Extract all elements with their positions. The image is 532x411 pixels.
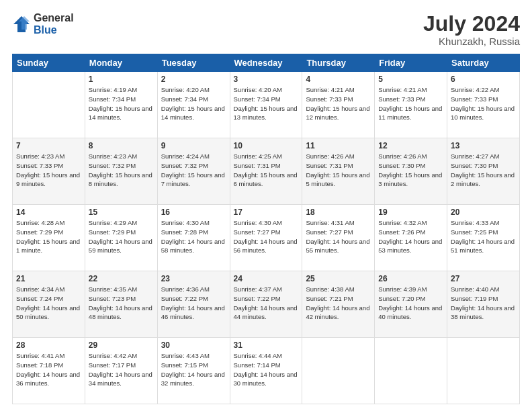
calendar-week-row: 28Sunrise: 4:41 AMSunset: 7:18 PMDayligh…: [13, 338, 520, 404]
calendar-header-cell: Wednesday: [230, 54, 302, 72]
day-number: 8: [89, 141, 154, 150]
day-number: 21: [16, 274, 81, 283]
day-number: 31: [234, 340, 299, 350]
day-number: 25: [306, 274, 371, 283]
day-number: 1: [89, 75, 154, 84]
header: General Blue July 2024 Khunzakh, Russia: [12, 12, 520, 47]
calendar-cell: 27Sunrise: 4:40 AMSunset: 7:19 PMDayligh…: [447, 271, 520, 338]
day-info: Sunrise: 4:37 AMSunset: 7:22 PMDaylight:…: [234, 285, 299, 322]
day-info: Sunrise: 4:21 AMSunset: 7:33 PMDaylight:…: [306, 85, 371, 122]
day-number: 2: [161, 75, 226, 84]
calendar-cell: 23Sunrise: 4:36 AMSunset: 7:22 PMDayligh…: [157, 271, 230, 338]
calendar-cell: 19Sunrise: 4:32 AMSunset: 7:26 PMDayligh…: [375, 205, 447, 271]
day-number: 13: [451, 141, 516, 150]
day-info: Sunrise: 4:29 AMSunset: 7:29 PMDaylight:…: [89, 218, 154, 255]
day-info: Sunrise: 4:33 AMSunset: 7:25 PMDaylight:…: [451, 218, 516, 255]
day-info: Sunrise: 4:41 AMSunset: 7:18 PMDaylight:…: [16, 351, 81, 388]
day-number: 4: [306, 75, 371, 84]
day-number: 19: [378, 208, 443, 217]
day-number: 11: [306, 141, 371, 150]
day-number: 24: [234, 274, 299, 283]
calendar-cell: 26Sunrise: 4:39 AMSunset: 7:20 PMDayligh…: [375, 271, 447, 338]
title-block: July 2024 Khunzakh, Russia: [423, 12, 520, 47]
calendar-header-cell: Thursday: [302, 54, 375, 72]
day-number: 5: [378, 75, 443, 84]
calendar-cell: 16Sunrise: 4:30 AMSunset: 7:28 PMDayligh…: [157, 205, 230, 271]
calendar-cell: 5Sunrise: 4:21 AMSunset: 7:33 PMDaylight…: [375, 72, 447, 138]
calendar-cell: [13, 72, 85, 138]
calendar-cell: 4Sunrise: 4:21 AMSunset: 7:33 PMDaylight…: [302, 72, 375, 138]
day-number: 20: [451, 208, 516, 217]
calendar-header-row: SundayMondayTuesdayWednesdayThursdayFrid…: [13, 54, 520, 72]
calendar-cell: 20Sunrise: 4:33 AMSunset: 7:25 PMDayligh…: [447, 205, 520, 271]
calendar-cell: 2Sunrise: 4:20 AMSunset: 7:34 PMDaylight…: [157, 72, 230, 138]
day-info: Sunrise: 4:30 AMSunset: 7:28 PMDaylight:…: [161, 218, 226, 255]
day-number: 28: [16, 340, 81, 350]
calendar-cell: 9Sunrise: 4:24 AMSunset: 7:32 PMDaylight…: [157, 138, 230, 205]
logo-blue: Blue: [34, 24, 74, 36]
calendar-cell: [302, 338, 375, 404]
calendar-cell: 21Sunrise: 4:34 AMSunset: 7:24 PMDayligh…: [13, 271, 85, 338]
day-info: Sunrise: 4:34 AMSunset: 7:24 PMDaylight:…: [16, 285, 81, 322]
day-info: Sunrise: 4:26 AMSunset: 7:30 PMDaylight:…: [378, 152, 443, 189]
calendar-header-cell: Sunday: [13, 54, 85, 72]
day-number: 17: [234, 208, 299, 217]
day-info: Sunrise: 4:32 AMSunset: 7:26 PMDaylight:…: [378, 218, 443, 255]
calendar-header-cell: Monday: [85, 54, 157, 72]
day-info: Sunrise: 4:24 AMSunset: 7:32 PMDaylight:…: [161, 152, 226, 189]
page: General Blue July 2024 Khunzakh, Russia …: [0, 0, 532, 411]
month-year: July 2024: [423, 12, 520, 36]
calendar-body: 1Sunrise: 4:19 AMSunset: 7:34 PMDaylight…: [13, 72, 520, 404]
day-number: 23: [161, 274, 226, 283]
calendar-cell: 30Sunrise: 4:43 AMSunset: 7:15 PMDayligh…: [157, 338, 230, 404]
calendar-cell: 31Sunrise: 4:44 AMSunset: 7:14 PMDayligh…: [230, 338, 302, 404]
calendar-cell: 7Sunrise: 4:23 AMSunset: 7:33 PMDaylight…: [13, 138, 85, 205]
day-info: Sunrise: 4:40 AMSunset: 7:19 PMDaylight:…: [451, 285, 516, 322]
location: Khunzakh, Russia: [423, 36, 520, 47]
calendar-cell: 3Sunrise: 4:20 AMSunset: 7:34 PMDaylight…: [230, 72, 302, 138]
day-number: 29: [89, 340, 154, 350]
day-info: Sunrise: 4:35 AMSunset: 7:23 PMDaylight:…: [89, 285, 154, 322]
calendar-week-row: 7Sunrise: 4:23 AMSunset: 7:33 PMDaylight…: [13, 138, 520, 205]
calendar-cell: 24Sunrise: 4:37 AMSunset: 7:22 PMDayligh…: [230, 271, 302, 338]
day-info: Sunrise: 4:36 AMSunset: 7:22 PMDaylight:…: [161, 285, 226, 322]
day-info: Sunrise: 4:22 AMSunset: 7:33 PMDaylight:…: [451, 85, 516, 122]
calendar-cell: 18Sunrise: 4:31 AMSunset: 7:27 PMDayligh…: [302, 205, 375, 271]
day-number: 10: [234, 141, 299, 150]
day-info: Sunrise: 4:31 AMSunset: 7:27 PMDaylight:…: [306, 218, 371, 255]
day-info: Sunrise: 4:43 AMSunset: 7:15 PMDaylight:…: [161, 351, 226, 388]
calendar-cell: 6Sunrise: 4:22 AMSunset: 7:33 PMDaylight…: [447, 72, 520, 138]
calendar-week-row: 1Sunrise: 4:19 AMSunset: 7:34 PMDaylight…: [13, 72, 520, 138]
day-number: 16: [161, 208, 226, 217]
day-info: Sunrise: 4:23 AMSunset: 7:33 PMDaylight:…: [16, 152, 81, 189]
day-number: 18: [306, 208, 371, 217]
day-info: Sunrise: 4:44 AMSunset: 7:14 PMDaylight:…: [234, 351, 299, 388]
calendar-header-cell: Friday: [375, 54, 447, 72]
day-number: 14: [16, 208, 81, 217]
day-info: Sunrise: 4:19 AMSunset: 7:34 PMDaylight:…: [89, 85, 154, 122]
day-number: 15: [89, 208, 154, 217]
day-info: Sunrise: 4:21 AMSunset: 7:33 PMDaylight:…: [378, 85, 443, 122]
day-number: 12: [378, 141, 443, 150]
day-info: Sunrise: 4:27 AMSunset: 7:30 PMDaylight:…: [451, 152, 516, 189]
logo-general: General: [34, 12, 74, 24]
day-number: 27: [451, 274, 516, 283]
calendar-cell: 13Sunrise: 4:27 AMSunset: 7:30 PMDayligh…: [447, 138, 520, 205]
calendar-cell: 11Sunrise: 4:26 AMSunset: 7:31 PMDayligh…: [302, 138, 375, 205]
calendar-week-row: 21Sunrise: 4:34 AMSunset: 7:24 PMDayligh…: [13, 271, 520, 338]
calendar-cell: 25Sunrise: 4:38 AMSunset: 7:21 PMDayligh…: [302, 271, 375, 338]
calendar-header-cell: Saturday: [447, 54, 520, 72]
calendar-table: SundayMondayTuesdayWednesdayThursdayFrid…: [12, 54, 520, 404]
logo: General Blue: [12, 12, 74, 36]
day-number: 22: [89, 274, 154, 283]
day-info: Sunrise: 4:38 AMSunset: 7:21 PMDaylight:…: [306, 285, 371, 322]
calendar-week-row: 14Sunrise: 4:28 AMSunset: 7:29 PMDayligh…: [13, 205, 520, 271]
calendar-header-cell: Tuesday: [157, 54, 230, 72]
calendar-cell: 15Sunrise: 4:29 AMSunset: 7:29 PMDayligh…: [85, 205, 157, 271]
day-number: 9: [161, 141, 226, 150]
day-info: Sunrise: 4:25 AMSunset: 7:31 PMDaylight:…: [234, 152, 299, 189]
day-number: 30: [161, 340, 226, 350]
day-info: Sunrise: 4:28 AMSunset: 7:29 PMDaylight:…: [16, 218, 81, 255]
day-info: Sunrise: 4:39 AMSunset: 7:20 PMDaylight:…: [378, 285, 443, 322]
day-info: Sunrise: 4:26 AMSunset: 7:31 PMDaylight:…: [306, 152, 371, 189]
